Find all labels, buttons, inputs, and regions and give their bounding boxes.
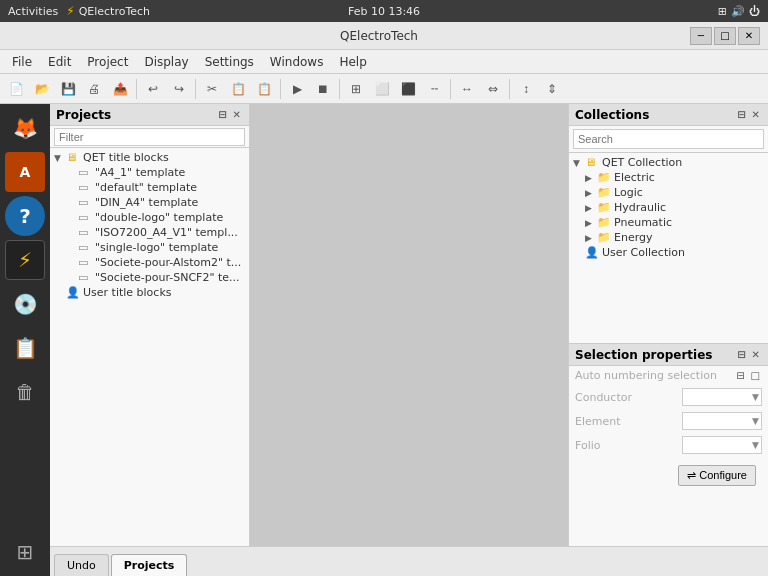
element-arrow: ▼ — [752, 416, 759, 426]
projects-panel: Projects ⊟ ✕ ▼ 🖥 QET — [50, 104, 250, 546]
search-input[interactable] — [573, 129, 764, 149]
sidebar-icon-firefox[interactable]: 🦊 — [5, 108, 45, 148]
sidebar-icon-qet[interactable]: ⚡ — [5, 240, 45, 280]
tree-item-logic[interactable]: ▶ 📁 Logic — [569, 185, 768, 200]
tree-item-user-title[interactable]: 👤 User title blocks — [50, 285, 249, 300]
save-button[interactable]: 💾 — [56, 77, 80, 101]
projects-icon2[interactable]: ✕ — [231, 108, 243, 121]
tree-item-hydraulic[interactable]: ▶ 📁 Hydraulic — [569, 200, 768, 215]
label-double: "double-logo" template — [95, 211, 223, 224]
element-label: Element — [575, 415, 682, 428]
select-button[interactable]: ⬜ — [370, 77, 394, 101]
sidebar-icon-grid[interactable]: ⊞ — [5, 532, 45, 572]
tree-item-din-a4[interactable]: ▭ "DIN_A4" template — [50, 195, 249, 210]
icon-alstom: ▭ — [78, 256, 92, 269]
tree-item-user-collection[interactable]: 👤 User Collection — [569, 245, 768, 260]
arrow-logic: ▶ — [585, 188, 597, 198]
tree-item-qet-collection[interactable]: ▼ 🖥 QET Collection — [569, 155, 768, 170]
projects-header-icons: ⊟ ✕ — [216, 108, 243, 121]
conductor-dropdown[interactable]: ▼ — [682, 388, 762, 406]
menu-edit[interactable]: Edit — [40, 53, 79, 71]
collections-icon2[interactable]: ✕ — [750, 108, 762, 121]
label-default: "default" template — [95, 181, 197, 194]
tree-item-pneumatic[interactable]: ▶ 📁 Pneumatic — [569, 215, 768, 230]
arrow-electric: ▶ — [585, 173, 597, 183]
folio-label: Folio — [575, 439, 682, 452]
tree-item-default[interactable]: ▭ "default" template — [50, 180, 249, 195]
menu-project[interactable]: Project — [79, 53, 136, 71]
print-button[interactable]: 🖨 — [82, 77, 106, 101]
folio-arrow: ▼ — [752, 440, 759, 450]
tool4[interactable]: ⇕ — [540, 77, 564, 101]
stop-button[interactable]: ⏹ — [311, 77, 335, 101]
arrow-pneumatic: ▶ — [585, 218, 597, 228]
menu-file[interactable]: File — [4, 53, 40, 71]
folio-dropdown[interactable]: ▼ — [682, 436, 762, 454]
run-button[interactable]: ▶ — [285, 77, 309, 101]
sidebar-icon-help[interactable]: ? — [5, 196, 45, 236]
copy-button[interactable]: 📋 — [226, 77, 250, 101]
icon-default: ▭ — [78, 181, 92, 194]
arrow-energy: ▶ — [585, 233, 597, 243]
panels-area: Projects ⊟ ✕ ▼ 🖥 QET — [50, 104, 768, 546]
sel-props-icon1[interactable]: ⊟ — [735, 348, 747, 361]
redo-button[interactable]: ↪ — [167, 77, 191, 101]
sel-props-icon2[interactable]: ✕ — [750, 348, 762, 361]
menu-windows[interactable]: Windows — [262, 53, 332, 71]
tab-undo[interactable]: Undo — [54, 554, 109, 576]
collections-icon1[interactable]: ⊟ — [735, 108, 747, 121]
auto-num-icon1[interactable]: ⊟ — [734, 369, 746, 382]
label-energy: Energy — [614, 231, 653, 244]
sidebar-icon-trash[interactable]: 🗑 — [5, 372, 45, 412]
system-topbar: Activities ⚡ QElectroTech Feb 10 13:46 ⊞… — [0, 0, 768, 22]
element-dropdown[interactable]: ▼ — [682, 412, 762, 430]
sidebar-icon-notepad[interactable]: 📋 — [5, 328, 45, 368]
menu-help[interactable]: Help — [331, 53, 374, 71]
icon-qet: 🖥 — [66, 151, 80, 164]
undo-toolbar-button[interactable]: ↩ — [141, 77, 165, 101]
tree-item-single-logo[interactable]: ▭ "single-logo" template — [50, 240, 249, 255]
tree-item-electric[interactable]: ▶ 📁 Electric — [569, 170, 768, 185]
tool1[interactable]: ↔ — [455, 77, 479, 101]
conductor-row: Conductor ▼ — [569, 385, 768, 409]
rect-button[interactable]: ⬛ — [396, 77, 420, 101]
tree-item-sncf[interactable]: ▭ "Societe-pour-SNCF2" te... — [50, 270, 249, 285]
minimize-button[interactable]: − — [690, 27, 712, 45]
separator-1 — [136, 79, 137, 99]
open-button[interactable]: 📂 — [30, 77, 54, 101]
grid-button[interactable]: ⊞ — [344, 77, 368, 101]
icon-single: ▭ — [78, 241, 92, 254]
auto-num-icon2[interactable]: □ — [749, 369, 762, 382]
filter-input[interactable] — [54, 128, 245, 146]
tab-projects[interactable]: Projects — [111, 554, 188, 576]
sidebar-icon-disc[interactable]: 💿 — [5, 284, 45, 324]
export-button[interactable]: 📤 — [108, 77, 132, 101]
sidebar-icon-software[interactable]: A — [5, 152, 45, 192]
close-button[interactable]: ✕ — [738, 27, 760, 45]
tree-item-double-logo[interactable]: ▭ "double-logo" template — [50, 210, 249, 225]
tool2[interactable]: ⇔ — [481, 77, 505, 101]
activities-button[interactable]: Activities — [8, 5, 58, 18]
tree-item-a4-1[interactable]: ▭ "A4_1" template — [50, 165, 249, 180]
maximize-button[interactable]: □ — [714, 27, 736, 45]
paste-button[interactable]: 📋 — [252, 77, 276, 101]
tool3[interactable]: ↕ — [514, 77, 538, 101]
tree-item-energy[interactable]: ▶ 📁 Energy — [569, 230, 768, 245]
window-title: QElectroTech — [68, 29, 690, 43]
tree-item-iso[interactable]: ▭ "ISO7200_A4_V1" templ... — [50, 225, 249, 240]
wire-button[interactable]: ╌ — [422, 77, 446, 101]
configure-button[interactable]: ⇌ Configure — [678, 465, 756, 486]
power-icon: ⏻ — [749, 5, 760, 18]
projects-icon1[interactable]: ⊟ — [216, 108, 228, 121]
menu-display[interactable]: Display — [136, 53, 196, 71]
cut-button[interactable]: ✂ — [200, 77, 224, 101]
menu-settings[interactable]: Settings — [197, 53, 262, 71]
collections-tree: ▼ 🖥 QET Collection ▶ 📁 Electric — [569, 153, 768, 343]
new-button[interactable]: 📄 — [4, 77, 28, 101]
collections-title: Collections — [575, 108, 649, 122]
separator-4 — [339, 79, 340, 99]
icon-hydraulic: 📁 — [597, 201, 611, 214]
tree-item-alstom[interactable]: ▭ "Societe-pour-Alstom2" t... — [50, 255, 249, 270]
canvas-area[interactable] — [250, 104, 568, 546]
tree-item-qet-title[interactable]: ▼ 🖥 QET title blocks — [50, 150, 249, 165]
